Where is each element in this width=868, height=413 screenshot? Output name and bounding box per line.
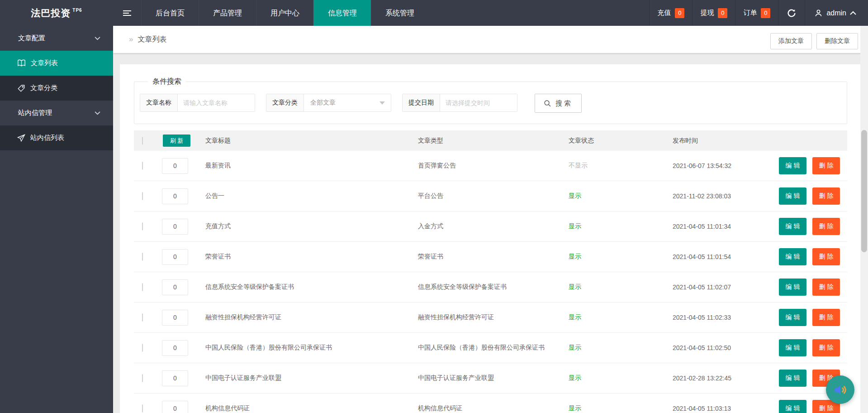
refresh-icon[interactable]	[778, 0, 805, 26]
page-scrollbar[interactable]	[860, 26, 868, 413]
edit-button[interactable]: 编辑	[779, 339, 806, 356]
quick-item-label: 订单	[743, 9, 757, 17]
row-checkbox[interactable]	[142, 404, 143, 413]
row-checkbox[interactable]	[142, 192, 143, 200]
sound-float-button[interactable]	[826, 375, 854, 404]
row-checkbox[interactable]	[142, 344, 143, 352]
book-icon	[17, 59, 26, 67]
sort-input[interactable]	[162, 158, 188, 174]
sort-input[interactable]	[162, 249, 188, 265]
column-header-status: 文章状态	[560, 137, 664, 145]
nav-tab-3[interactable]: 信息管理	[313, 0, 371, 26]
chevron-down-icon	[95, 36, 100, 40]
publish-time-cell: 2021-11-02 23:08:03	[664, 192, 770, 200]
sort-input[interactable]	[162, 279, 188, 295]
delete-button[interactable]: 删除	[812, 279, 840, 296]
row-actions: 编辑删除	[779, 187, 847, 205]
nav-tab-2[interactable]: 用户中心	[256, 0, 313, 26]
tag-icon	[17, 84, 25, 92]
row-actions: 编辑删除	[779, 339, 847, 356]
chevron-up-icon	[850, 11, 856, 15]
column-header-time: 发布时间	[664, 137, 770, 145]
nav-tab-4[interactable]: 系统管理	[371, 0, 428, 26]
publish-time-cell: 2021-04-05 11:03:13	[664, 405, 770, 412]
sort-input[interactable]	[162, 401, 188, 413]
row-checkbox[interactable]	[142, 162, 143, 170]
top-navbar: 法巴投资TP6 后台首页产品管理用户中心信息管理系统管理 充值0提现0订单0 a…	[0, 0, 868, 26]
count-badge: 0	[718, 8, 727, 18]
quick-item-1[interactable]: 提现0	[692, 0, 735, 26]
user-menu[interactable]: admin	[805, 0, 868, 26]
publish-time-cell: 2021-04-05 11:01:34	[664, 223, 770, 230]
sort-input[interactable]	[162, 370, 188, 386]
delete-article-button[interactable]: 删除文章	[816, 33, 858, 49]
article-type-cell: 中国电子认证服务产业联盟	[409, 374, 560, 382]
submit-date-group: 提交日期	[402, 94, 517, 112]
article-type-cell: 信息系统安全等级保护备案证书	[409, 283, 560, 291]
article-type-cell: 机构信息代码证	[409, 404, 560, 413]
nav-tab-0[interactable]: 后台首页	[141, 0, 199, 26]
edit-button[interactable]: 编辑	[779, 279, 806, 296]
search-row: 文章名称 文章分类 全部文章 提交日期	[140, 86, 847, 124]
delete-button[interactable]: 删除	[812, 248, 840, 265]
table-row: 充值方式入金方式显示2021-04-05 11:01:34编辑删除	[134, 211, 847, 242]
quick-item-2[interactable]: 订单0	[735, 0, 778, 26]
speaker-icon	[833, 382, 848, 398]
page-actions: 添加文章 删除文章	[770, 33, 858, 49]
submit-date-input[interactable]	[440, 94, 517, 111]
article-category-label: 文章分类	[266, 94, 304, 111]
row-actions: 编辑删除	[779, 279, 847, 296]
row-checkbox[interactable]	[142, 313, 143, 322]
sidebar-item-站内信列表[interactable]: 站内信列表	[0, 125, 113, 150]
edit-button[interactable]: 编辑	[779, 157, 806, 174]
app-logo-version: TP6	[72, 8, 82, 13]
delete-button[interactable]: 删除	[812, 218, 840, 235]
publish-time-cell: 2021-04-05 11:02:33	[664, 314, 770, 321]
search-legend: 条件搜索	[148, 77, 186, 86]
row-actions: 编辑删除	[779, 157, 847, 174]
edit-button[interactable]: 编辑	[779, 187, 806, 205]
row-checkbox[interactable]	[142, 374, 143, 382]
scrollbar-thumb[interactable]	[861, 130, 867, 252]
delete-button[interactable]: 删除	[812, 309, 840, 326]
row-checkbox[interactable]	[142, 222, 143, 231]
quick-item-label: 充值	[657, 9, 671, 17]
hamburger-icon[interactable]	[113, 0, 141, 26]
add-article-button[interactable]: 添加文章	[770, 33, 812, 49]
delete-button[interactable]: 删除	[812, 157, 840, 174]
search-button[interactable]: 搜索	[535, 94, 582, 113]
delete-button[interactable]: 删除	[812, 339, 840, 356]
row-actions: 编辑删除	[779, 248, 847, 265]
sort-input[interactable]	[162, 340, 188, 356]
edit-button[interactable]: 编辑	[779, 370, 806, 387]
edit-button[interactable]: 编辑	[779, 218, 806, 235]
edit-button[interactable]: 编辑	[779, 309, 806, 326]
search-icon	[544, 100, 551, 107]
delete-button[interactable]: 删除	[812, 187, 840, 205]
article-name-group: 文章名称	[140, 94, 255, 112]
sort-input[interactable]	[162, 310, 188, 326]
sidebar-group-1[interactable]: 站内信管理	[0, 101, 113, 125]
refresh-table-button[interactable]: 刷新	[163, 134, 190, 147]
sort-input[interactable]	[162, 219, 188, 235]
nav-tab-1[interactable]: 产品管理	[199, 0, 256, 26]
article-title-cell: 信息系统安全等级保护备案证书	[196, 283, 409, 291]
sort-input[interactable]	[162, 188, 188, 204]
row-actions: 编辑删除	[779, 218, 847, 235]
article-name-label: 文章名称	[140, 94, 178, 111]
sidebar-item-文章列表[interactable]: 文章列表	[0, 51, 113, 76]
chevron-down-icon	[95, 111, 100, 115]
sidebar-item-文章分类[interactable]: 文章分类	[0, 76, 113, 101]
article-status-cell: 显示	[560, 344, 664, 352]
article-category-select[interactable]: 全部文章	[304, 94, 391, 111]
row-checkbox[interactable]	[142, 253, 143, 261]
article-name-input[interactable]	[178, 94, 255, 111]
breadcrumb-bar: »文章列表 添加文章 删除文章	[113, 26, 868, 53]
sidebar-group-0[interactable]: 文章配置	[0, 26, 113, 51]
row-checkbox[interactable]	[142, 283, 143, 291]
table-row: 中国电子认证服务产业联盟中国电子认证服务产业联盟显示2021-02-28 13:…	[134, 363, 847, 394]
edit-button[interactable]: 编辑	[779, 400, 806, 413]
select-all-checkbox[interactable]	[142, 137, 143, 145]
edit-button[interactable]: 编辑	[779, 248, 806, 265]
quick-item-0[interactable]: 充值0	[649, 0, 692, 26]
